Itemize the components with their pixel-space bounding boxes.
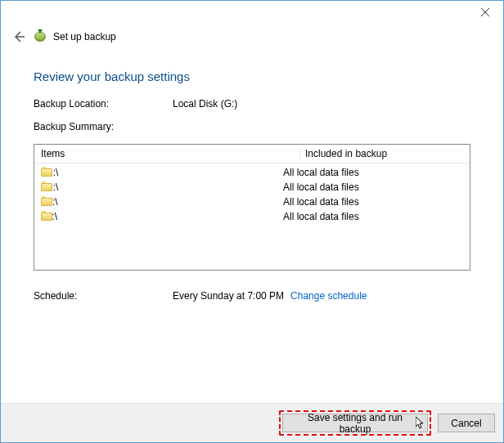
included-label: All local data files [283,165,470,180]
table-row[interactable]: C:\ All local data files [41,165,470,180]
close-button[interactable] [466,1,503,24]
column-header-included[interactable]: Included in backup [299,148,470,159]
save-and-run-button[interactable]: Save settings and run backup [282,414,428,432]
column-header-items[interactable]: Items [41,148,299,159]
schedule-row: Schedule: Every Sunday at 7:00 PM Change… [34,290,470,302]
backup-summary-label: Backup Summary: [34,121,114,132]
included-label: All local data files [283,180,470,195]
included-label: All local data files [283,209,470,224]
table-row[interactable]: E:\ All local data files [41,195,470,209]
table-header: Items Included in backup [34,145,470,163]
change-schedule-link[interactable]: Change schedule [290,290,367,302]
schedule-label: Schedule: [34,290,173,302]
wizard-title: Set up backup [53,31,116,43]
table-row[interactable]: D:\ All local data files [41,180,470,195]
backup-location-row: Backup Location: Local Disk (G:) [34,98,470,110]
back-button[interactable] [11,29,27,45]
included-label: All local data files [283,195,470,209]
titlebar [1,1,503,25]
table-body: C:\ All local data files D:\ All local d… [34,163,470,224]
backup-location-value: Local Disk (G:) [173,98,237,110]
backup-icon [34,30,47,43]
backup-location-label: Backup Location: [34,98,173,110]
footer: Save settings and run backup Cancel [1,403,503,442]
content-area: Review your backup settings Backup Locat… [1,45,503,403]
table-row[interactable]: F:\ All local data files [41,209,470,224]
schedule-value: Every Sunday at 7:00 PM [173,290,284,302]
backup-summary-table: Items Included in backup C:\ All local d… [34,144,470,271]
page-heading: Review your backup settings [34,69,470,83]
wizard-header: Set up backup [1,25,503,45]
primary-button-highlight: Save settings and run backup [279,410,431,436]
back-arrow-icon [12,30,25,43]
backup-summary-label-row: Backup Summary: [34,121,470,132]
close-icon [481,8,489,16]
cancel-button[interactable]: Cancel [438,414,495,432]
save-and-run-label: Save settings and run backup [293,412,417,435]
backup-wizard-window: Set up backup Review your backup setting… [0,0,504,443]
